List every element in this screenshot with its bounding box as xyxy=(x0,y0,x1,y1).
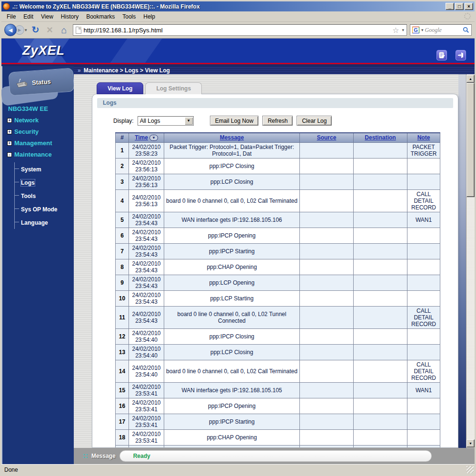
display-select[interactable]: All Logs ▼ xyxy=(138,116,194,126)
collapse-icon[interactable]: - xyxy=(7,152,12,157)
back-button[interactable]: ◀ xyxy=(4,24,17,36)
sidebar-item-language[interactable]: Language xyxy=(15,216,74,229)
display-controls: Display: All Logs ▼ Email Log Now Refres… xyxy=(113,116,458,126)
vertical-scrollbar[interactable]: ▲ ▼ xyxy=(466,74,475,448)
column-time[interactable]: Time xyxy=(135,134,148,141)
log-note xyxy=(407,243,440,259)
log-row: 1724/02/201023:53:41ppp:IPCP Starting xyxy=(116,414,440,429)
maintenance-submenu: SystemLogsToolsSys OP ModeLanguage xyxy=(14,162,74,229)
logout-icon[interactable] xyxy=(456,50,466,60)
sidebar-item-sys-op-mode[interactable]: Sys OP Mode xyxy=(15,202,74,216)
breadcrumb: » Maintenance > Logs > View Log xyxy=(74,66,475,74)
status-button[interactable]: Status xyxy=(2,69,74,99)
log-time: 24/02/201023:53:41 xyxy=(129,382,164,398)
reload-button[interactable]: ↻ xyxy=(30,25,41,35)
close-button[interactable]: × xyxy=(465,3,473,10)
column-message[interactable]: Message xyxy=(220,134,244,141)
minimize-button[interactable]: _ xyxy=(446,3,454,10)
url-bar[interactable]: http://192.168.1.1/rpSys.html ☆ ▾ xyxy=(73,24,407,36)
log-row: 1424/02/201023:54:40board 0 line 0 chann… xyxy=(116,360,440,382)
log-row: 1824/02/201023:53:41ppp:CHAP Opening xyxy=(116,429,440,445)
log-row: 1324/02/201023:54:40ppp:LCP Closing xyxy=(116,344,440,360)
search-input[interactable]: Google xyxy=(425,27,461,34)
log-message: ppp:IPCP Opening xyxy=(164,398,300,414)
log-message: board 0 line 0 channel 0, call 0, L02 Tu… xyxy=(164,306,300,328)
tab-log-settings[interactable]: Log Settings xyxy=(145,82,202,94)
log-note: CALL DETAIL RECORD xyxy=(407,360,440,382)
message-dots-icon: ∷ xyxy=(83,452,88,460)
resize-grip-icon[interactable] xyxy=(466,466,474,473)
log-message: ppp:IPCP Closing xyxy=(164,158,300,174)
url-input[interactable]: http://192.168.1.1/rpSys.html xyxy=(84,27,390,34)
sidebar-item-tools[interactable]: Tools xyxy=(15,189,74,202)
sidebar-item-maintenance[interactable]: - Maintenance xyxy=(7,151,74,158)
navigation-toolbar: ◀ ▶ ▾ ↻ × ⌂ http://192.168.1.1/rpSys.htm… xyxy=(1,22,475,39)
section-title: Logs xyxy=(97,98,453,108)
page-viewport: ZyXEL Status NBG334W EE xyxy=(1,39,475,464)
sidebar-item-network[interactable]: + Network xyxy=(7,117,74,124)
menu-history[interactable]: History xyxy=(58,12,82,21)
home-button[interactable]: ⌂ xyxy=(59,25,70,35)
search-magnifier-icon[interactable] xyxy=(463,27,469,33)
stop-button[interactable]: × xyxy=(44,25,56,35)
router-icon xyxy=(15,78,29,89)
log-table-body: 124/02/201023:58:23Packet Trigger: Proto… xyxy=(116,142,440,448)
menu-help[interactable]: Help xyxy=(140,12,159,21)
menu-bookmarks[interactable]: Bookmarks xyxy=(83,12,118,21)
scrollbar-thumb[interactable] xyxy=(466,83,475,197)
menu-edit[interactable]: Edit xyxy=(20,12,37,21)
column-source[interactable]: Source xyxy=(317,134,337,141)
sidebar-item-security[interactable]: + Security xyxy=(7,128,74,135)
sort-desc-icon[interactable]: ▼ xyxy=(149,135,158,141)
log-row: 924/02/201023:54:43ppp:LCP Opening xyxy=(116,275,440,290)
message-status-value: Ready xyxy=(119,450,432,462)
clear-log-button[interactable]: Clear Log xyxy=(297,116,332,126)
bookmark-star-icon[interactable]: ☆ xyxy=(392,26,399,35)
window-title: .:: Welcome to ZyXEL NBG334W EE (NBG334W… xyxy=(12,3,446,10)
sidebar-item-logs[interactable]: Logs xyxy=(15,176,74,189)
menu-file[interactable]: File xyxy=(3,12,19,21)
refresh-button[interactable]: Refresh xyxy=(262,116,293,126)
log-row: 124/02/201023:58:23Packet Trigger: Proto… xyxy=(116,142,440,158)
log-message: board 0 line 0 channel 0, call 0, L02 Ca… xyxy=(164,189,300,212)
log-message: WAN interface gets IP:192.168.105.106 xyxy=(164,212,300,228)
search-bar[interactable]: G ▾ Google xyxy=(410,24,472,36)
log-row: 824/02/201023:54:43ppp:CHAP Opening xyxy=(116,259,440,275)
email-log-now-button[interactable]: Email Log Now xyxy=(210,116,259,126)
back-history-dropdown-icon[interactable]: ▾ xyxy=(25,28,27,32)
log-row: 424/02/201023:56:13board 0 line 0 channe… xyxy=(116,189,440,212)
select-dropdown-icon[interactable]: ▼ xyxy=(185,117,193,125)
expand-icon[interactable]: + xyxy=(7,129,12,134)
wizard-document-icon[interactable] xyxy=(436,50,447,60)
breadcrumb-text: Maintenance > Logs > View Log xyxy=(84,67,170,74)
column-destination[interactable]: Destination xyxy=(365,134,396,141)
log-note: WAN1 xyxy=(407,382,440,398)
maximize-button[interactable]: □ xyxy=(455,3,464,10)
page-icon xyxy=(76,27,81,34)
sidebar-item-management[interactable]: + Management xyxy=(7,139,74,147)
tab-view-log[interactable]: View Log xyxy=(97,82,143,94)
content-area: View Log Log Settings Logs Display: All … xyxy=(74,74,475,448)
menu-tools[interactable]: Tools xyxy=(119,12,139,21)
sidebar-item-system[interactable]: System xyxy=(15,162,74,176)
log-message: ppp:IPCP Starting xyxy=(164,414,300,429)
log-note xyxy=(407,398,440,414)
log-message: ppp:CHAP Opening xyxy=(164,429,300,445)
scroll-up-icon[interactable]: ▲ xyxy=(466,75,475,83)
google-engine-icon[interactable]: G xyxy=(412,27,419,33)
breadcrumb-arrow-icon: » xyxy=(78,67,81,74)
log-note: PACKET TRIGGER xyxy=(407,142,440,158)
log-time: 24/02/201023:54:40 xyxy=(129,344,164,360)
expand-icon[interactable]: + xyxy=(7,118,12,123)
expand-icon[interactable]: + xyxy=(7,141,12,146)
edge-gradient xyxy=(458,74,466,448)
column-note[interactable]: Note xyxy=(417,134,430,141)
scroll-down-icon[interactable]: ▼ xyxy=(466,439,475,447)
log-message: board 0 line 0 channel 0, call 0, L02 Ca… xyxy=(164,360,300,382)
log-table: # Time▼ Message Source Destination Note … xyxy=(115,132,440,448)
engine-dropdown-icon[interactable]: ▾ xyxy=(421,28,424,32)
title-bar[interactable]: .:: Welcome to ZyXEL NBG334W EE (NBG334W… xyxy=(1,1,475,11)
status-bar-text: Done xyxy=(4,466,466,473)
menu-view[interactable]: View xyxy=(38,12,57,21)
url-dropdown-icon[interactable]: ▾ xyxy=(402,28,404,32)
